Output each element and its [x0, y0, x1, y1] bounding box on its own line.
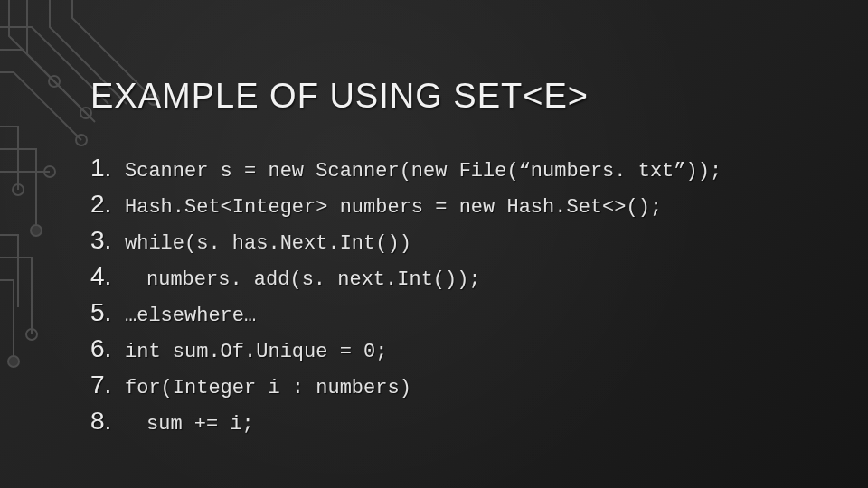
svg-point-4: [13, 184, 24, 195]
line-number: 3.: [90, 226, 125, 255]
code-text: int sum.Of.Unique = 0;: [125, 341, 387, 363]
code-line: 1. Scanner s = new Scanner(new File(“num…: [90, 154, 787, 183]
line-number: 7.: [90, 371, 125, 399]
line-number: 8.: [90, 407, 125, 436]
code-line: 5. …elsewhere…: [90, 298, 787, 327]
code-text: Hash.Set<Integer> numbers = new Hash.Set…: [125, 196, 662, 219]
slide: EXAMPLE OF USING SET<E> 1. Scanner s = n…: [0, 0, 868, 488]
svg-point-8: [8, 356, 19, 367]
svg-point-7: [26, 329, 37, 340]
code-line: 2. Hash.Set<Integer> numbers = new Hash.…: [90, 190, 787, 219]
svg-point-0: [49, 76, 60, 87]
code-text: while(s. has.Next.Int()): [125, 232, 411, 255]
code-text: for(Integer i : numbers): [125, 377, 411, 399]
line-number: 5.: [90, 298, 125, 327]
code-line: 3. while(s. has.Next.Int()): [90, 226, 787, 255]
code-text: Scanner s = new Scanner(new File(“number…: [125, 160, 722, 183]
svg-point-6: [44, 166, 55, 177]
code-line: 7. for(Integer i : numbers): [90, 371, 787, 399]
svg-point-3: [76, 135, 87, 145]
code-line: 6. int sum.Of.Unique = 0;: [90, 334, 787, 363]
code-text: sum += i;: [125, 413, 254, 436]
line-number: 4.: [90, 262, 125, 291]
slide-title: EXAMPLE OF USING SET<E>: [90, 77, 589, 116]
svg-point-5: [31, 225, 42, 236]
line-number: 2.: [90, 190, 125, 219]
line-number: 6.: [90, 334, 125, 363]
code-text: numbers. add(s. next.Int());: [125, 268, 481, 291]
code-line: 4. numbers. add(s. next.Int());: [90, 262, 787, 291]
line-number: 1.: [90, 154, 125, 183]
code-text: …elsewhere…: [125, 305, 256, 327]
code-line: 8. sum += i;: [90, 407, 787, 436]
code-block: 1. Scanner s = new Scanner(new File(“num…: [90, 154, 787, 443]
